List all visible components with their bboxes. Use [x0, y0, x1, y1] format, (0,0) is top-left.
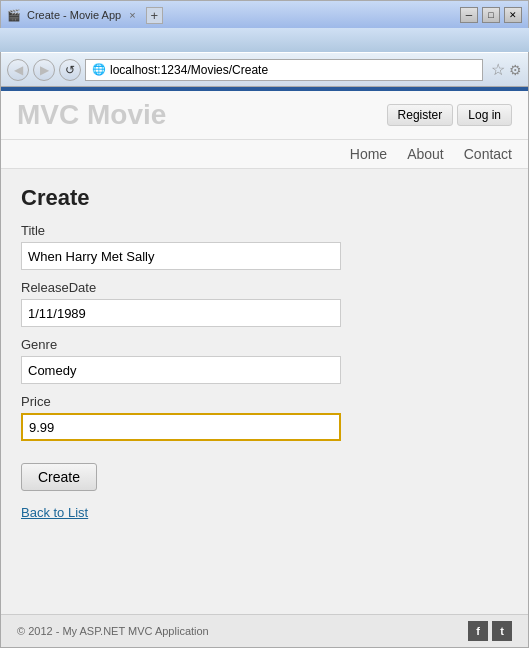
release-date-input[interactable]: [21, 299, 341, 327]
page-content: MVC Movie Register Log in Home About Con…: [1, 91, 528, 647]
title-field-group: Title: [21, 223, 508, 270]
site-header: MVC Movie Register Log in: [1, 91, 528, 140]
nav-about[interactable]: About: [407, 146, 444, 162]
tab-title: Create - Movie App: [27, 9, 121, 21]
price-input[interactable]: [21, 413, 341, 441]
url-text: localhost:1234/Movies/Create: [110, 63, 476, 77]
title-input[interactable]: [21, 242, 341, 270]
auth-buttons: Register Log in: [387, 104, 512, 126]
back-to-list-link[interactable]: Back to List: [21, 505, 508, 520]
twitter-icon[interactable]: t: [492, 621, 512, 641]
price-label: Price: [21, 394, 508, 409]
nav-menu: Home About Contact: [1, 140, 528, 169]
site-logo: MVC Movie: [17, 99, 166, 131]
site-title: MVC Movie: [17, 99, 166, 130]
register-button[interactable]: Register: [387, 104, 454, 126]
address-bar[interactable]: 🌐 localhost:1234/Movies/Create: [85, 59, 483, 81]
main-area: Create Title ReleaseDate Genre Price: [1, 169, 528, 614]
create-button[interactable]: Create: [21, 463, 97, 491]
forward-button[interactable]: ▶: [33, 59, 55, 81]
forward-arrow-icon: ▶: [40, 63, 49, 77]
close-button[interactable]: ✕: [504, 7, 522, 23]
genre-field-group: Genre: [21, 337, 508, 384]
price-field-group: Price: [21, 394, 508, 441]
restore-button[interactable]: □: [482, 7, 500, 23]
release-date-label: ReleaseDate: [21, 280, 508, 295]
tools-icon[interactable]: ⚙: [509, 62, 522, 78]
form-title: Create: [21, 185, 508, 211]
nav-bar: ◀ ▶ ↺ 🌐 localhost:1234/Movies/Create ☆ ⚙: [1, 53, 528, 87]
app-icon: 🎬: [7, 9, 21, 22]
genre-label: Genre: [21, 337, 508, 352]
title-bar: 🎬 Create - Movie App × + ─ □ ✕: [1, 1, 528, 29]
genre-input[interactable]: [21, 356, 341, 384]
window-controls: ─ □ ✕: [460, 7, 522, 23]
back-button[interactable]: ◀: [7, 59, 29, 81]
tab-close-icon[interactable]: ×: [129, 9, 135, 21]
globe-icon: 🌐: [92, 63, 106, 76]
login-button[interactable]: Log in: [457, 104, 512, 126]
facebook-icon[interactable]: f: [468, 621, 488, 641]
title-label: Title: [21, 223, 508, 238]
footer-social-icons: f t: [468, 621, 512, 641]
release-date-field-group: ReleaseDate: [21, 280, 508, 327]
nav-home[interactable]: Home: [350, 146, 387, 162]
minimize-button[interactable]: ─: [460, 7, 478, 23]
back-arrow-icon: ◀: [14, 63, 23, 77]
bookmark-icon[interactable]: ☆: [491, 60, 505, 79]
site-footer: © 2012 - My ASP.NET MVC Application f t: [1, 614, 528, 647]
refresh-icon: ↺: [65, 63, 75, 77]
nav-contact[interactable]: Contact: [464, 146, 512, 162]
footer-text: © 2012 - My ASP.NET MVC Application: [17, 625, 209, 637]
browser-frame: 🎬 Create - Movie App × + ─ □ ✕ ◀ ▶ ↺ 🌐 l…: [0, 0, 529, 648]
refresh-button[interactable]: ↺: [59, 59, 81, 81]
new-tab-button[interactable]: +: [146, 7, 164, 24]
